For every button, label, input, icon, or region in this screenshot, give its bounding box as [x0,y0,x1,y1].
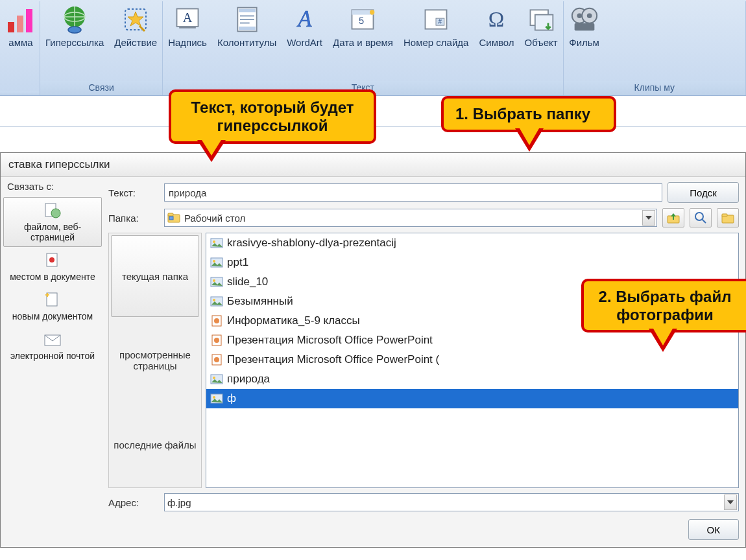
screentip-button[interactable]: Подск [668,182,739,203]
svg-point-32 [49,257,54,262]
svg-point-53 [214,338,219,343]
ribbon-movie-button[interactable]: Фильм [564,1,605,50]
lookin-tab[interactable]: текущая папка [111,235,199,317]
image-file-icon [210,237,223,250]
ribbon-symbol-label: Символ [479,38,514,49]
svg-text:#: # [439,18,442,25]
ribbon-textbox-button[interactable]: A Надпись [163,1,212,50]
file-item[interactable]: ppt1 [206,253,738,272]
ppt-file-icon [210,314,223,327]
file-name: Презентация Microsoft Office PowerPoint … [227,351,439,369]
file-name: slide_10 [227,273,268,291]
svg-text:A: A [183,10,193,25]
link-to-new-doc-button[interactable]: новым документом [3,286,102,326]
up-folder-button[interactable] [662,208,684,228]
ribbon-chart-button[interactable]: амма [0,1,42,50]
ribbon-wordart-button[interactable]: A WordArt [282,1,328,50]
svg-rect-2 [26,9,32,32]
dialog-title: ставка гиперссылки [1,153,745,177]
ppt-file-icon [210,353,223,366]
image-file-icon [210,392,223,405]
ribbon-datetime-label: Дата и время [333,38,393,49]
link-to-file-web-button[interactable]: файлом, веб-страницей [3,197,102,247]
star-action-icon [120,4,151,35]
new-doc-icon [43,291,62,309]
file-list[interactable]: krasivye-shablony-dlya-prezentacijppt1sl… [206,233,739,488]
ribbon-movie-label: Фильм [569,38,599,49]
file-item[interactable]: Презентация Microsoft Office PowerPoint … [206,350,738,369]
ribbon-textbox-label: Надпись [168,38,207,49]
folder-value: Рабочий стол [184,213,245,224]
ribbon-chart-label: амма [8,38,32,49]
callout-arrow-icon [197,140,226,162]
svg-point-49 [213,299,215,301]
svg-point-43 [213,240,215,243]
svg-text:Ω: Ω [488,8,505,31]
svg-text:A: A [296,6,312,32]
svg-point-57 [213,377,215,379]
file-name: ф [227,390,236,408]
file-item[interactable]: природа [206,369,738,389]
chevron-down-icon[interactable] [724,495,737,510]
svg-rect-36 [168,213,173,216]
file-item[interactable]: ф [206,389,738,408]
ribbon-group1-label: Связи [40,81,162,95]
browse-web-button[interactable] [690,208,712,228]
ok-button[interactable]: ОК [688,519,739,540]
place-doc-icon [43,251,62,270]
ribbon-object-button[interactable]: Объект [520,1,563,50]
ribbon-slidenum-button[interactable]: # Номер слайда [398,1,474,50]
link-to-label: электронной почтой [10,351,95,361]
folder-label: Папка: [108,213,159,224]
chart-icon [5,4,36,35]
svg-point-30 [51,209,60,218]
ribbon-hyperlink-button[interactable]: Гиперссылка [40,1,109,50]
svg-rect-28 [574,23,594,31]
lookin-tab[interactable]: последние файлы [111,404,199,485]
chevron-down-icon[interactable] [642,210,655,226]
file-name: Безымянный [227,292,293,310]
browse-file-button[interactable] [717,208,739,228]
svg-point-26 [577,13,582,18]
wordart-a-icon: A [289,4,320,35]
svg-point-17 [370,10,374,14]
folder-dropdown[interactable]: Рабочий стол [164,209,657,227]
link-to-panel: Связать с: файлом, веб-страницейместом в… [1,177,104,546]
svg-point-5 [68,27,81,33]
desktop-folder-icon [167,211,180,225]
ribbon-wordart-label: WordArt [287,38,322,49]
omega-icon: Ω [481,4,512,35]
file-item[interactable]: krasivye-shablony-dlya-prezentacij [206,233,738,253]
address-value: ф.jpg [167,497,191,508]
lookin-tab[interactable]: просмотрен­ные страницы [111,320,199,401]
file-name: природа [227,370,270,388]
image-file-icon [210,256,223,269]
ribbon-slidenum-label: Номер слайда [403,38,468,49]
svg-text:5: 5 [359,16,365,26]
svg-rect-0 [8,22,14,32]
svg-rect-1 [17,16,23,32]
link-to-place-doc-button[interactable]: местом в документе [3,247,102,286]
ribbon-symbol-button[interactable]: Ω Символ [474,1,519,50]
link-to-label: новым документом [12,311,93,321]
slide-number-icon: # [420,4,451,35]
file-name: Презентация Microsoft Office PowerPoint [227,331,433,349]
image-file-icon [210,275,223,288]
file-name: krasivye-shablony-dlya-prezentacij [227,234,396,252]
link-to-email-button[interactable]: электронной почтой [3,326,102,366]
svg-rect-41 [722,214,727,216]
ribbon-toolbar: амма Гиперссылка Действие Связи [0,0,746,96]
ribbon-action-button[interactable]: Действие [109,1,162,50]
textbox-a-icon: A [172,4,203,35]
ribbon-datetime-button[interactable]: 5 Дата и время [328,1,398,50]
look-in-tabs: текущая папкапросмотрен­ные страницыпосл… [108,233,202,488]
svg-point-27 [586,13,592,18]
callout-select-folder: 1. Выбрать папку [441,96,616,132]
email-icon [43,331,62,349]
address-dropdown[interactable]: ф.jpg [164,493,739,511]
insert-hyperlink-dialog: ставка гиперссылки Связать с: файлом, ве… [0,152,746,548]
hyperlink-text-input[interactable] [164,183,662,202]
address-label: Адрес: [108,497,159,508]
header-footer-icon [232,4,263,35]
ribbon-headerfooter-button[interactable]: Колонтитулы [212,1,282,50]
